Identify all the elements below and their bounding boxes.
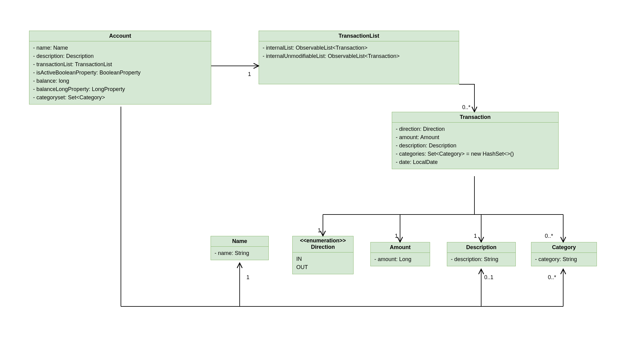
attr: - description: String bbox=[451, 255, 512, 264]
attr: - balanceLongProperty: LongProperty bbox=[33, 85, 207, 93]
class-category-title: Category bbox=[531, 242, 597, 253]
attr: - categories: Set<Category> = new HashSe… bbox=[396, 150, 555, 158]
class-transactionlist-title: TransactionList bbox=[259, 31, 459, 41]
class-description: Description - description: String bbox=[447, 242, 516, 266]
class-category: Category - category: String bbox=[531, 242, 597, 266]
class-transactionlist-body: - internalList: ObservableList<Transacti… bbox=[259, 41, 459, 63]
class-transactionlist: TransactionList - internalList: Observab… bbox=[259, 31, 459, 84]
mult-account-name: 1 bbox=[246, 274, 249, 281]
mult-txn-amount: 1 bbox=[395, 233, 398, 239]
mult-txn-direction: 1 bbox=[318, 227, 321, 234]
attr: - balance: long bbox=[33, 77, 207, 85]
attr: - name: Name bbox=[33, 44, 207, 52]
attr: - internalList: ObservableList<Transacti… bbox=[263, 44, 455, 52]
class-name: Name - name: String bbox=[211, 236, 269, 260]
mult-account-tlist: 1 bbox=[248, 71, 251, 78]
class-direction-header: <<enumeration>> Direction bbox=[293, 236, 353, 252]
mult-account-category: 0..* bbox=[548, 274, 556, 281]
class-amount-title: Amount bbox=[371, 242, 430, 253]
mult-txn-category: 0..* bbox=[545, 233, 553, 239]
attr: - category: String bbox=[535, 255, 593, 264]
class-name-body: - name: String bbox=[211, 247, 268, 260]
class-transaction-title: Transaction bbox=[392, 112, 558, 123]
class-direction-stereotype: <<enumeration>> bbox=[293, 236, 353, 244]
class-description-body: - description: String bbox=[447, 253, 515, 266]
class-direction-body: IN OUT bbox=[293, 252, 353, 274]
class-description-title: Description bbox=[447, 242, 515, 253]
class-amount-body: - amount: Long bbox=[371, 253, 430, 266]
class-category-body: - category: String bbox=[531, 253, 597, 266]
mult-tlist-txn: 0..* bbox=[462, 104, 470, 111]
mult-txn-description: 1 bbox=[474, 233, 477, 239]
attr: - transactionList: TransactionList bbox=[33, 60, 207, 69]
attr: - categoryset: Set<Category> bbox=[33, 93, 207, 102]
literal: OUT bbox=[296, 263, 350, 271]
attr: - internalUnmodifiableList: ObservableLi… bbox=[263, 52, 455, 60]
class-account: Account - name: Name - description: Desc… bbox=[29, 31, 211, 104]
literal: IN bbox=[296, 255, 350, 263]
attr: - isActiveBooleanProperty: BooleanProper… bbox=[33, 69, 207, 77]
attr: - name: String bbox=[215, 249, 265, 257]
mult-account-description: 0..1 bbox=[484, 274, 493, 281]
class-transaction: Transaction - direction: Direction - amo… bbox=[392, 112, 559, 169]
attr: - description: Description bbox=[33, 52, 207, 60]
attr: - direction: Direction bbox=[396, 125, 555, 133]
attr: - amount: Long bbox=[374, 255, 426, 264]
uml-diagram-canvas: Account - name: Name - description: Desc… bbox=[0, 0, 644, 353]
class-account-title: Account bbox=[29, 31, 211, 41]
class-transaction-body: - direction: Direction - amount: Amount … bbox=[392, 123, 558, 169]
class-direction: <<enumeration>> Direction IN OUT bbox=[292, 236, 354, 274]
attr: - date: LocalDate bbox=[396, 158, 555, 166]
class-direction-title: Direction bbox=[293, 244, 353, 252]
class-amount: Amount - amount: Long bbox=[370, 242, 430, 266]
class-account-body: - name: Name - description: Description … bbox=[29, 41, 211, 104]
class-name-title: Name bbox=[211, 236, 268, 247]
attr: - description: Description bbox=[396, 142, 555, 150]
attr: - amount: Amount bbox=[396, 133, 555, 142]
